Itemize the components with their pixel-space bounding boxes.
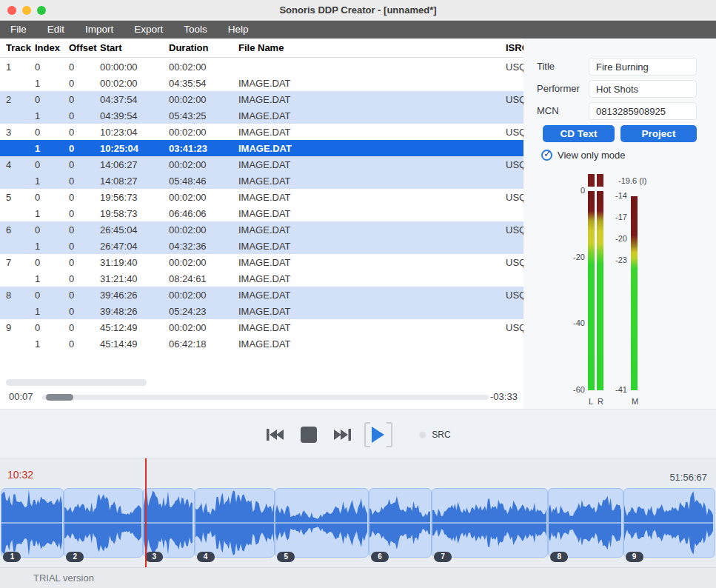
table-row[interactable]: 40014:06:2700:02:00IMAGE.DATUSQ bbox=[0, 156, 523, 173]
view-only-label: View only mode bbox=[558, 150, 626, 161]
table-row[interactable]: 20004:37:5400:02:00IMAGE.DATUSQ bbox=[0, 91, 523, 107]
cell-duration: 00:02:00 bbox=[169, 322, 238, 333]
cell-start: 45:12:49 bbox=[100, 322, 169, 333]
cell-index: 0 bbox=[35, 94, 69, 105]
timeline[interactable]: 10:32 51:56:67 123456789 bbox=[0, 458, 716, 567]
timeline-track-7[interactable] bbox=[432, 488, 548, 558]
right-meter-label: R bbox=[598, 397, 603, 406]
cell-duration: 06:46:06 bbox=[169, 208, 238, 219]
table-row[interactable]: 1045:14:4906:42:18IMAGE.DAT bbox=[0, 335, 523, 352]
table-row[interactable]: 80039:46:2600:02:00IMAGE.DATUSQ bbox=[0, 287, 523, 303]
table-row[interactable]: 1031:21:4008:24:61IMAGE.DAT bbox=[0, 270, 523, 287]
cell-index: 0 bbox=[35, 322, 69, 333]
seek-slider-thumb[interactable] bbox=[46, 394, 73, 401]
cell-index: 1 bbox=[35, 208, 69, 219]
menu-file[interactable]: File bbox=[0, 21, 37, 39]
menu-help[interactable]: Help bbox=[218, 21, 259, 39]
performer-label: Performer bbox=[537, 83, 580, 94]
column-isrc[interactable]: ISRC bbox=[506, 42, 523, 53]
waveform bbox=[549, 489, 622, 557]
column-duration[interactable]: Duration bbox=[169, 42, 238, 53]
timeline-track-9[interactable] bbox=[623, 488, 715, 558]
mcn-field-row: MCN bbox=[537, 102, 697, 120]
table-row[interactable]: 1010:25:0403:41:23IMAGE.DAT bbox=[0, 140, 523, 156]
waveform-blocks: 123456789 bbox=[0, 488, 716, 558]
mcn-input[interactable] bbox=[589, 102, 697, 120]
cd-text-button[interactable]: CD Text bbox=[543, 125, 615, 142]
cell-offset: 0 bbox=[69, 78, 100, 89]
left-meter-label: L bbox=[589, 397, 593, 406]
table-row[interactable]: 70031:19:4000:02:00IMAGE.DATUSQ bbox=[0, 254, 523, 270]
timeline-track-2[interactable] bbox=[64, 488, 143, 558]
table-row[interactable]: 90045:12:4900:02:00IMAGE.DATUSQ bbox=[0, 319, 523, 335]
table-row[interactable]: 1004:39:5405:43:25IMAGE.DAT bbox=[0, 107, 523, 124]
column-start[interactable]: Start bbox=[100, 42, 169, 53]
column-track[interactable]: Track bbox=[6, 42, 35, 53]
focus-bracket-left bbox=[364, 422, 370, 447]
cell-start: 45:14:49 bbox=[100, 338, 169, 350]
cell-index: 0 bbox=[35, 224, 69, 235]
cell-isrc: USQ bbox=[506, 94, 523, 105]
cell-index: 0 bbox=[35, 61, 69, 73]
playhead[interactable] bbox=[145, 458, 147, 568]
timeline-track-6[interactable] bbox=[369, 488, 432, 558]
menu-export[interactable]: Export bbox=[124, 21, 173, 39]
table-row[interactable]: 1019:58:7306:46:06IMAGE.DAT bbox=[0, 205, 523, 221]
menu-tools[interactable]: Tools bbox=[173, 21, 218, 39]
cd-info-panel: Title Performer MCN CD Text Project ✓ Vi… bbox=[523, 39, 716, 409]
previous-track-button[interactable] bbox=[265, 424, 287, 446]
cell-offset: 0 bbox=[69, 61, 100, 73]
column-file-name[interactable]: File Name bbox=[238, 42, 506, 53]
track-number-badge: 7 bbox=[434, 552, 452, 562]
cell-duration: 05:24:23 bbox=[169, 306, 238, 317]
table-row[interactable]: 1026:47:0404:32:36IMAGE.DAT bbox=[0, 238, 523, 254]
play-button[interactable] bbox=[364, 422, 392, 447]
cell-file: IMAGE.DAT bbox=[238, 94, 506, 105]
cell-track: 5 bbox=[6, 192, 35, 203]
cell-file: IMAGE.DAT bbox=[238, 78, 506, 89]
cell-duration: 08:24:61 bbox=[169, 273, 238, 284]
m-scale-17: -17 bbox=[598, 213, 627, 221]
timeline-track-1[interactable] bbox=[1, 488, 64, 558]
cell-offset: 0 bbox=[69, 176, 100, 187]
src-indicator[interactable]: SRC bbox=[419, 430, 450, 440]
table-row[interactable]: 30010:23:0400:02:00IMAGE.DATUSQ bbox=[0, 124, 523, 140]
waveform bbox=[195, 489, 275, 557]
cell-file: IMAGE.DAT bbox=[238, 306, 506, 317]
track-number-badge: 1 bbox=[3, 552, 21, 562]
cell-duration: 00:02:00 bbox=[169, 257, 238, 268]
table-row[interactable]: 1014:08:2705:48:46IMAGE.DAT bbox=[0, 173, 523, 189]
horizontal-scrollbar-thumb[interactable] bbox=[6, 379, 147, 386]
column-index[interactable]: Index bbox=[35, 42, 69, 53]
table-row[interactable]: 50019:56:7300:02:00IMAGE.DATUSQ bbox=[0, 189, 523, 205]
timeline-track-4[interactable] bbox=[195, 488, 275, 558]
cell-index: 0 bbox=[35, 257, 69, 268]
performer-input[interactable] bbox=[589, 80, 697, 98]
cell-start: 00:02:00 bbox=[100, 78, 169, 89]
seek-slider[interactable] bbox=[42, 395, 489, 400]
next-track-button[interactable] bbox=[330, 424, 352, 446]
table-row[interactable]: 1039:48:2605:24:23IMAGE.DAT bbox=[0, 303, 523, 319]
stop-button[interactable] bbox=[298, 424, 320, 446]
cell-duration: 05:48:46 bbox=[169, 176, 238, 187]
timeline-track-3[interactable] bbox=[143, 488, 194, 558]
project-button[interactable]: Project bbox=[620, 125, 697, 142]
timeline-track-5[interactable] bbox=[275, 488, 369, 558]
title-input[interactable] bbox=[589, 58, 697, 76]
menu-import[interactable]: Import bbox=[75, 21, 124, 39]
table-row[interactable]: 1000:02:0004:35:54IMAGE.DAT bbox=[0, 75, 523, 91]
cell-file: IMAGE.DAT bbox=[238, 322, 506, 333]
menu-edit[interactable]: Edit bbox=[37, 21, 75, 39]
waveform bbox=[64, 489, 142, 557]
timeline-track-8[interactable] bbox=[548, 488, 623, 558]
column-offset[interactable]: Offset bbox=[69, 42, 100, 53]
table-row[interactable]: 10000:00:0000:02:00USQ bbox=[0, 59, 523, 75]
cell-duration: 00:02:00 bbox=[169, 290, 238, 301]
cell-index: 0 bbox=[35, 127, 69, 138]
view-only-checkbox[interactable]: ✓ bbox=[541, 150, 552, 161]
cell-file: IMAGE.DAT bbox=[238, 241, 506, 252]
cell-track: 6 bbox=[6, 224, 35, 235]
table-row[interactable]: 60026:45:0400:02:00IMAGE.DATUSQ bbox=[0, 221, 523, 238]
cell-index: 0 bbox=[35, 159, 69, 170]
cell-index: 0 bbox=[35, 192, 69, 203]
